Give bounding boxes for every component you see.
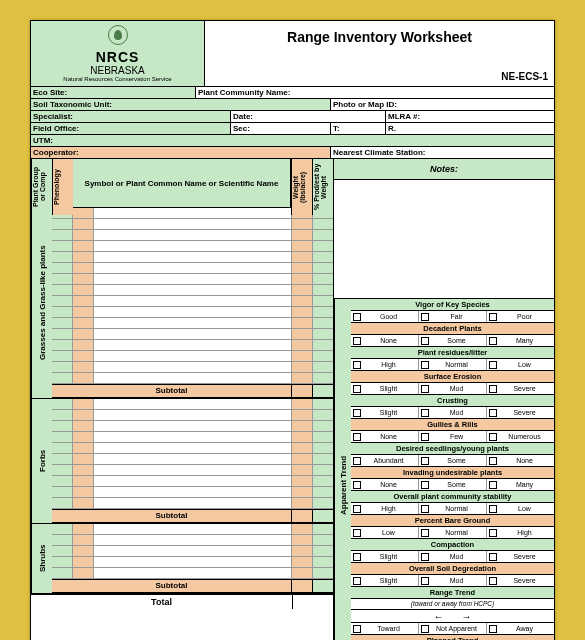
range-trend-header: Range Trend bbox=[351, 587, 554, 599]
checkbox-option[interactable]: Many bbox=[487, 479, 554, 490]
checkbox-option[interactable]: Slight bbox=[351, 551, 419, 562]
notes-header: Notes: bbox=[334, 159, 554, 180]
label-specialist: Specialist: bbox=[31, 111, 231, 122]
checkbox-option[interactable]: Abundant bbox=[351, 455, 419, 466]
assess-header: Gullies & Rills bbox=[351, 419, 554, 431]
checkbox-option[interactable]: Few bbox=[419, 431, 487, 442]
checkbox-option[interactable]: None bbox=[351, 431, 419, 442]
data-row[interactable] bbox=[52, 274, 333, 285]
checkbox-option[interactable]: Slight bbox=[351, 407, 419, 418]
data-row[interactable] bbox=[52, 296, 333, 307]
data-row[interactable] bbox=[52, 373, 333, 384]
checkbox-option[interactable]: Severe bbox=[487, 575, 554, 586]
data-row[interactable] bbox=[52, 568, 333, 579]
data-row[interactable] bbox=[52, 252, 333, 263]
data-row[interactable] bbox=[52, 351, 333, 362]
row-total: Total bbox=[31, 594, 333, 609]
total-label: Total bbox=[31, 595, 293, 609]
notes-area[interactable] bbox=[334, 180, 554, 299]
assess-options: LowNormalHigh bbox=[351, 527, 554, 539]
assess-header: Percent Bare Ground bbox=[351, 515, 554, 527]
col-plant-group: Plant Group or Comp bbox=[31, 159, 52, 215]
checkbox-option[interactable]: High bbox=[351, 359, 419, 370]
assess-options: NoneSomeMany bbox=[351, 479, 554, 491]
data-row[interactable] bbox=[52, 443, 333, 454]
checkbox-option[interactable]: Mod bbox=[419, 575, 487, 586]
checkbox-option[interactable]: Severe bbox=[487, 407, 554, 418]
data-row[interactable] bbox=[52, 465, 333, 476]
checkbox-option[interactable]: Many bbox=[487, 335, 554, 346]
checkbox-option[interactable]: Some bbox=[419, 479, 487, 490]
checkbox-option[interactable]: Low bbox=[487, 503, 554, 514]
checkbox-option[interactable]: Mod bbox=[419, 551, 487, 562]
data-row[interactable] bbox=[52, 476, 333, 487]
checkbox-option[interactable]: None bbox=[351, 479, 419, 490]
label-plant-community: Plant Community Name: bbox=[196, 87, 554, 98]
section-label-forbs: Forbs bbox=[31, 399, 52, 523]
checkbox-option[interactable]: Normal bbox=[419, 527, 487, 538]
checkbox-option[interactable]: Mod bbox=[419, 383, 487, 394]
checkbox-option[interactable]: Toward bbox=[351, 623, 419, 634]
data-row[interactable] bbox=[52, 410, 333, 421]
assess-header: Vigor of Key Species bbox=[351, 299, 554, 311]
checkbox-option[interactable]: Normal bbox=[419, 359, 487, 370]
data-row[interactable] bbox=[52, 498, 333, 509]
checkbox-option[interactable]: Away bbox=[487, 623, 554, 634]
data-row[interactable] bbox=[52, 219, 333, 230]
data-row[interactable] bbox=[52, 557, 333, 568]
data-row[interactable] bbox=[52, 432, 333, 443]
header-agency-block: NRCS NEBRASKA Natural Resources Conserva… bbox=[31, 21, 205, 86]
label-soil: Soil Taxonomic Unit: bbox=[31, 99, 331, 110]
checkbox-option[interactable]: High bbox=[351, 503, 419, 514]
row-specialist: Specialist: Date: MLRA #: bbox=[30, 111, 555, 123]
data-row[interactable] bbox=[52, 329, 333, 340]
checkbox-option[interactable]: Slight bbox=[351, 383, 419, 394]
checkbox-option[interactable]: Severe bbox=[487, 551, 554, 562]
checkbox-option[interactable]: Fair bbox=[419, 311, 487, 322]
checkbox-option[interactable]: Numerous bbox=[487, 431, 554, 442]
assess-options: NoneFewNumerous bbox=[351, 431, 554, 443]
state-name: NEBRASKA bbox=[35, 65, 200, 76]
right-block: Notes: Apparent Trend Vigor of Key Speci… bbox=[333, 159, 554, 640]
checkbox-option[interactable]: High bbox=[487, 527, 554, 538]
data-row[interactable] bbox=[52, 487, 333, 498]
checkbox-option[interactable]: None bbox=[351, 335, 419, 346]
data-row[interactable] bbox=[52, 230, 333, 241]
checkbox-option[interactable]: Not Apparent bbox=[419, 623, 487, 634]
checkbox-option[interactable]: Severe bbox=[487, 383, 554, 394]
assess-options: SlightModSevere bbox=[351, 551, 554, 563]
data-row[interactable] bbox=[52, 241, 333, 252]
row-soil: Soil Taxonomic Unit: Photo or Map ID: bbox=[30, 99, 555, 111]
data-row[interactable] bbox=[52, 454, 333, 465]
assess-header: Desired seedlings/young plants bbox=[351, 443, 554, 455]
subtotal-label: Subtotal bbox=[52, 385, 292, 397]
label-eco-site: Eco Site: bbox=[31, 87, 196, 98]
checkbox-option[interactable]: Poor bbox=[487, 311, 554, 322]
checkbox-option[interactable]: Good bbox=[351, 311, 419, 322]
checkbox-option[interactable]: None bbox=[487, 455, 554, 466]
checkbox-option[interactable]: Some bbox=[419, 335, 487, 346]
checkbox-option[interactable]: Low bbox=[487, 359, 554, 370]
data-row[interactable] bbox=[52, 263, 333, 274]
col-weight: Weight (lbs/acre) bbox=[291, 159, 312, 215]
label-photo: Photo or Map ID: bbox=[331, 99, 554, 110]
data-row[interactable] bbox=[52, 340, 333, 351]
data-row[interactable] bbox=[52, 421, 333, 432]
checkbox-option[interactable]: Low bbox=[351, 527, 419, 538]
data-row[interactable] bbox=[52, 546, 333, 557]
data-row[interactable] bbox=[52, 399, 333, 410]
checkbox-option[interactable]: Mod bbox=[419, 407, 487, 418]
data-row[interactable] bbox=[52, 318, 333, 329]
data-row[interactable] bbox=[52, 285, 333, 296]
checkbox-option[interactable]: Some bbox=[419, 455, 487, 466]
header: NRCS NEBRASKA Natural Resources Conserva… bbox=[30, 20, 555, 87]
row-office: Field Office: Sec: T: R. bbox=[30, 123, 555, 135]
checkbox-option[interactable]: Slight bbox=[351, 575, 419, 586]
data-row[interactable] bbox=[52, 524, 333, 535]
data-row[interactable] bbox=[52, 307, 333, 318]
main-grid: Plant Group or Comp Phenology Symbol or … bbox=[30, 159, 555, 640]
data-row[interactable] bbox=[52, 362, 333, 373]
data-row[interactable] bbox=[52, 535, 333, 546]
checkbox-option[interactable]: Normal bbox=[419, 503, 487, 514]
column-headers: Plant Group or Comp Phenology Symbol or … bbox=[31, 159, 333, 208]
